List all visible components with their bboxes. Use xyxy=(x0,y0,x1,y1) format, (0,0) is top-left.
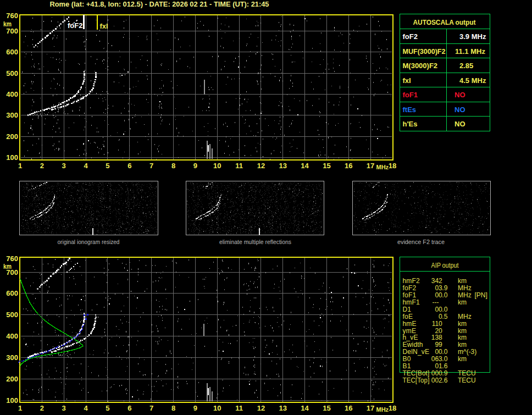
svg-text:NO: NO xyxy=(455,106,465,114)
svg-text:D1: D1 xyxy=(403,306,412,313)
svg-text:2.85: 2.85 xyxy=(459,62,473,70)
svg-text:B0: B0 xyxy=(403,355,411,363)
svg-text:300: 300 xyxy=(6,111,18,119)
svg-text:km: km xyxy=(458,298,467,306)
svg-text:5: 5 xyxy=(106,404,109,412)
svg-text:M(3000)F2: M(3000)F2 xyxy=(403,62,438,70)
svg-text:km: km xyxy=(458,355,467,363)
svg-text:400: 400 xyxy=(6,332,18,340)
svg-text:14: 14 xyxy=(301,404,309,412)
svg-text:12: 12 xyxy=(257,404,265,412)
svg-text:100: 100 xyxy=(6,153,18,162)
svg-text:16: 16 xyxy=(345,404,352,412)
svg-text:13: 13 xyxy=(279,162,286,170)
svg-text:.9: .9 xyxy=(442,284,447,292)
svg-text:km: km xyxy=(458,277,467,285)
svg-text:[PN]: [PN] xyxy=(475,291,487,299)
svg-text:TEC[Bot]: TEC[Bot] xyxy=(403,369,430,377)
svg-text:03: 03 xyxy=(435,284,442,292)
svg-text:18: 18 xyxy=(389,162,396,170)
svg-text:hmE: hmE xyxy=(403,320,417,328)
svg-text:01: 01 xyxy=(435,362,442,370)
svg-text:11: 11 xyxy=(235,404,243,412)
svg-text:500: 500 xyxy=(6,311,18,319)
svg-text:MUF(3000)F2: MUF(3000)F2 xyxy=(403,47,446,56)
svg-text:342: 342 xyxy=(431,277,442,285)
svg-text:4.5 MHz: 4.5 MHz xyxy=(459,76,486,85)
svg-text:002: 002 xyxy=(431,377,442,384)
svg-text:.0: .0 xyxy=(442,348,447,356)
svg-text:eliminate multiple reflections: eliminate multiple reflections xyxy=(219,239,291,245)
svg-text:760: 760 xyxy=(6,12,18,20)
svg-text:.0: .0 xyxy=(442,291,447,299)
svg-text:TECU: TECU xyxy=(458,369,476,377)
svg-text:MHz: MHz xyxy=(458,284,472,292)
svg-text:12: 12 xyxy=(257,162,265,170)
svg-text:.6: .6 xyxy=(442,362,447,370)
svg-text:600: 600 xyxy=(6,289,18,297)
svg-text:20: 20 xyxy=(435,327,442,335)
svg-text:9: 9 xyxy=(193,162,197,170)
svg-text:TEC[Top]: TEC[Top] xyxy=(403,377,430,384)
svg-text:foE: foE xyxy=(403,313,413,320)
svg-text:760: 760 xyxy=(6,254,18,263)
svg-text:.6: .6 xyxy=(442,377,447,384)
svg-text:600: 600 xyxy=(6,48,18,56)
svg-text:17: 17 xyxy=(367,404,374,412)
svg-text:11: 11 xyxy=(235,162,243,170)
svg-text:.9: .9 xyxy=(442,369,447,377)
svg-text:TECU: TECU xyxy=(458,377,476,384)
svg-text:---: --- xyxy=(433,298,439,306)
svg-text:10: 10 xyxy=(213,162,221,170)
svg-text:200: 200 xyxy=(6,375,18,383)
svg-text:Ewidth: Ewidth xyxy=(403,341,423,348)
svg-text:8: 8 xyxy=(171,162,175,170)
svg-text:1: 1 xyxy=(18,162,22,170)
svg-text:NO: NO xyxy=(455,91,465,99)
svg-text:hmF2: hmF2 xyxy=(403,277,420,285)
svg-text:MHz: MHz xyxy=(458,291,472,299)
svg-text:km: km xyxy=(458,334,467,341)
svg-text:6: 6 xyxy=(128,404,131,412)
svg-text:17: 17 xyxy=(367,162,374,170)
svg-text:m^(-3): m^(-3) xyxy=(458,348,476,356)
svg-text:138: 138 xyxy=(431,334,442,341)
svg-text:foF2: foF2 xyxy=(403,32,418,41)
svg-text:MHz: MHz xyxy=(376,406,389,413)
svg-text:fxI: fxI xyxy=(403,76,411,85)
svg-text:MHz: MHz xyxy=(376,164,389,170)
svg-text:3: 3 xyxy=(62,162,66,170)
svg-text:15: 15 xyxy=(323,404,330,412)
svg-text:4: 4 xyxy=(84,404,88,412)
svg-text:500: 500 xyxy=(6,69,18,78)
svg-text:99: 99 xyxy=(435,341,442,348)
svg-text:ftEs: ftEs xyxy=(403,106,417,114)
svg-text:300: 300 xyxy=(6,353,18,362)
svg-text:700: 700 xyxy=(6,268,18,276)
svg-text:00: 00 xyxy=(435,348,442,356)
svg-text:foF1: foF1 xyxy=(403,291,417,299)
svg-text:13: 13 xyxy=(279,404,286,412)
svg-text:foF1: foF1 xyxy=(403,91,418,99)
svg-text:7: 7 xyxy=(149,404,153,412)
svg-text:Rome (lat: +41.8, lon: 012.5): Rome (lat: +41.8, lon: 012.5) - DATE: 20… xyxy=(50,1,269,8)
svg-text:10: 10 xyxy=(213,404,221,412)
svg-text:ymE: ymE xyxy=(403,327,417,335)
svg-text:9: 9 xyxy=(193,404,197,412)
svg-text:8: 8 xyxy=(171,404,175,412)
svg-text:3.9 MHz: 3.9 MHz xyxy=(459,32,486,41)
svg-text:hmF1: hmF1 xyxy=(403,298,420,306)
svg-text:.0: .0 xyxy=(442,355,447,363)
svg-text:km: km xyxy=(458,327,467,335)
svg-text:00: 00 xyxy=(435,291,442,299)
svg-text:2: 2 xyxy=(40,404,44,412)
svg-text:16: 16 xyxy=(345,162,352,170)
svg-text:4: 4 xyxy=(84,162,88,170)
svg-text:.5: .5 xyxy=(442,313,447,320)
svg-text:110: 110 xyxy=(432,320,442,328)
svg-text:B1: B1 xyxy=(403,362,411,370)
svg-text:NO: NO xyxy=(455,120,465,128)
svg-text:foF2: foF2 xyxy=(403,284,417,292)
svg-text:5: 5 xyxy=(106,162,109,170)
svg-text:km: km xyxy=(458,320,467,328)
